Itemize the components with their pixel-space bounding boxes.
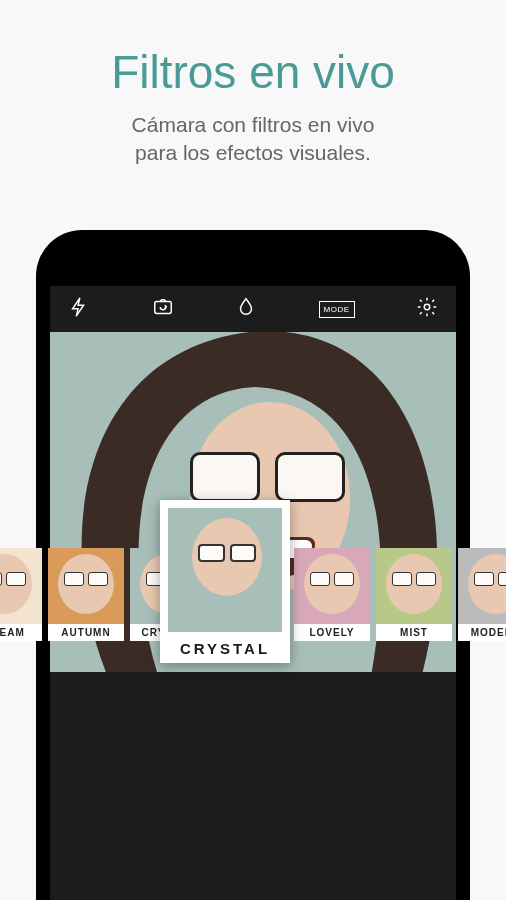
filter-selected-thumb [168,508,282,632]
filter-label: CREAM [0,624,42,641]
hero-subtitle: Cámara con filtros en vivo para los efec… [0,111,506,168]
filter-selected-card[interactable]: CRYSTAL [160,500,290,663]
filter-thumb-mist[interactable]: MIST [376,548,452,641]
filter-selected-label: CRYSTAL [168,632,282,657]
hero-title: Filtros en vivo [0,45,506,99]
hero-subtitle-line1: Cámara con filtros en vivo [132,113,375,136]
gear-icon[interactable] [416,296,438,322]
drop-icon[interactable] [235,296,257,322]
filter-label: MODERN [458,624,506,641]
filter-label: AUTUMN [48,624,124,641]
filter-thumb-cream[interactable]: CREAM [0,548,42,641]
filter-label: LOVELY [294,624,370,641]
filter-thumb-autumn[interactable]: AUTUMN [48,548,124,641]
hero-subtitle-line2: para los efectos visuales. [135,141,371,164]
svg-point-1 [424,304,430,310]
flash-icon[interactable] [68,296,90,322]
filter-thumb-modern[interactable]: MODERN [458,548,506,641]
camera-toolbar: MODE [50,286,456,332]
filter-label: MIST [376,624,452,641]
mode-button[interactable]: MODE [319,301,355,318]
svg-rect-0 [154,302,171,314]
switch-camera-icon[interactable] [152,296,174,322]
filter-thumb-lovely[interactable]: LOVELY [294,548,370,641]
